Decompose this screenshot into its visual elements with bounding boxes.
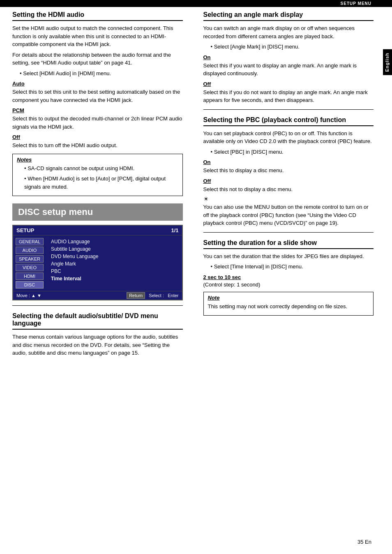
menu-pbc[interactable]: PBC: [51, 268, 177, 274]
slide-show-bullet: Select [Time Interval] in [DISC] menu.: [211, 263, 374, 271]
pbc-on-label: On: [203, 159, 374, 165]
sidebar-disc[interactable]: DISC: [16, 281, 44, 289]
notes-title: Notes: [17, 157, 178, 163]
setup-menu-footer: Move : ▲ ▼ Return Select : Enter: [13, 291, 182, 300]
pbc-section-title: Selecting the PBC (playback control) fun…: [203, 116, 374, 126]
pbc-tip-body: You can also use the MENU button on the …: [203, 203, 374, 227]
audio-lang-body1: These menus contain various language opt…: [12, 333, 183, 357]
menu-angle-mark[interactable]: Angle Mark: [51, 261, 177, 267]
slide-note-title: Note: [208, 295, 369, 301]
menu-dvd-lang[interactable]: DVD Menu Language: [51, 254, 177, 259]
page-number: 35 En: [357, 536, 371, 546]
top-banner: SETUP MENU: [0, 0, 392, 7]
pcm-label: PCM: [12, 107, 183, 113]
page-content: Setting the HDMI audio Set the HDMI audi…: [0, 7, 392, 368]
hdmi-off-label: Off: [12, 134, 183, 140]
notes-box: Notes SA-CD signals cannot be output usi…: [12, 154, 183, 196]
note-1: SA-CD signals cannot be output using HDM…: [24, 164, 178, 173]
menu-main-items: AUDIO Language Subtitle Language DVD Men…: [46, 235, 182, 291]
side-tab-label: English: [385, 53, 390, 72]
menu-time-interval[interactable]: Time Interval: [51, 276, 177, 282]
slide-note-box: Note This setting may not work correctly…: [203, 292, 374, 316]
return-button[interactable]: Return: [127, 292, 145, 299]
angle-mark-body1: You can switch an angle mark display on …: [203, 24, 374, 40]
setup-header-left: SETUP: [16, 227, 34, 233]
slide-show-title: Setting the duration for a slide show: [203, 239, 374, 249]
sidebar-general[interactable]: GENERAL: [16, 238, 44, 245]
pbc-off-label: Off: [203, 178, 374, 184]
hdmi-body2: For details about the relationship betwe…: [12, 51, 183, 67]
menu-audio-lang[interactable]: AUDIO Language: [51, 239, 177, 245]
hdmi-section-title: Setting the HDMI audio: [12, 11, 183, 21]
divider-pbc: [203, 109, 374, 110]
menu-sidebar: GENERAL AUDIO SPEAKER VIDEO HDMI DISC: [13, 235, 46, 291]
banner-text: SETUP MENU: [341, 1, 371, 6]
divider-audio-lang: [12, 305, 183, 306]
side-tab: English: [383, 49, 392, 75]
pbc-bullet: Select [PBC] in [DISC] menu.: [211, 148, 374, 156]
auto-body: Select this to set this unit to the best…: [12, 88, 183, 104]
note-2: When [HDMI Audio] is set to [Auto] or [P…: [24, 175, 178, 191]
setup-menu: SETUP 1/1 GENERAL AUDIO SPEAKER VIDEO HD…: [12, 225, 183, 300]
angle-off-label: Off: [203, 81, 374, 87]
setup-menu-header: SETUP 1/1: [13, 226, 182, 235]
page-num-value: 35: [357, 539, 363, 545]
footer-enter-label: Enter: [168, 293, 178, 298]
slide-note-body: This setting may not work correctly depe…: [208, 302, 369, 311]
footer-select-label: Select :: [149, 293, 164, 298]
auto-label: Auto: [12, 81, 183, 87]
footer-controls: Return Select : Enter: [127, 293, 178, 298]
hdmi-bullet: Select [HDMI Audio] in [HDMI] menu.: [20, 69, 183, 78]
page-suffix: En: [363, 539, 371, 545]
setup-header-right: 1/1: [171, 227, 178, 233]
divider-slideshow: [203, 232, 374, 233]
hdmi-off-body: Select this to turn off the HDMI audio o…: [12, 141, 183, 150]
disc-setup-header: DISC setup menu: [12, 203, 183, 221]
hdmi-body1: Set the HDMI audio output to match the c…: [12, 24, 183, 48]
control-step: (Control step: 1 second): [203, 282, 374, 288]
sidebar-speaker[interactable]: SPEAKER: [16, 255, 44, 263]
setup-menu-body: GENERAL AUDIO SPEAKER VIDEO HDMI DISC AU…: [13, 235, 182, 291]
angle-on-body: Select this if you want to display an an…: [203, 62, 374, 78]
angle-mark-title: Selecting an angle mark display: [203, 11, 374, 21]
footer-move: Move : ▲ ▼: [16, 293, 42, 298]
tip-icon: ☀: [203, 196, 374, 202]
sidebar-audio[interactable]: AUDIO: [16, 247, 44, 254]
menu-subtitle-lang[interactable]: Subtitle Language: [51, 246, 177, 252]
angle-off-body: Select this if you do not want to displa…: [203, 88, 374, 104]
audio-lang-section-title: Selecting the default audio/subtitle/ DV…: [12, 312, 183, 330]
pbc-body1: You can set playback control (PBC) to on…: [203, 129, 374, 145]
angle-mark-bullet: Select [Angle Mark] in [DISC] menu.: [211, 43, 374, 51]
range-label: 2 sec to 10 sec: [203, 274, 374, 280]
right-column: Selecting an angle mark display You can …: [201, 7, 374, 360]
pbc-off-body: Select this not to display a disc menu.: [203, 185, 374, 194]
pcm-body: Select this to output the decoded multi-…: [12, 115, 183, 131]
sidebar-video[interactable]: VIDEO: [16, 264, 44, 271]
sidebar-hdmi[interactable]: HDMI: [16, 272, 44, 280]
angle-on-label: On: [203, 54, 374, 60]
left-column: Setting the HDMI audio Set the HDMI audi…: [12, 7, 189, 360]
pbc-on-body: Select this to display a disc menu.: [203, 166, 374, 175]
slide-show-body1: You can set the duration that the slides…: [203, 252, 374, 261]
